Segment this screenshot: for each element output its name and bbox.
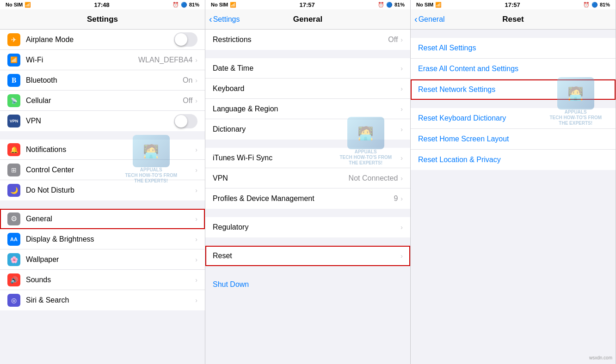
erase-all-label: Erase All Content and Settings — [418, 65, 608, 73]
spacer-g5 — [205, 266, 410, 274]
carrier-2: No SIM — [211, 2, 228, 7]
alarm-icon-2: ⏰ — [378, 2, 384, 8]
reset-network-item[interactable]: Reset Network Settings 🧑‍💻 APPUALSTECH H… — [411, 79, 616, 100]
reset-chevron: › — [400, 252, 403, 260]
bluetooth-icon: 𝐁 — [7, 74, 20, 87]
panel1-title: Settings — [87, 15, 118, 24]
spacer-g4 — [205, 237, 410, 246]
settings-list: ✈ Airplane Mode 📶 Wi-Fi WLAN_DEFBA4 › 𝐁 … — [0, 30, 205, 364]
airplane-toggle[interactable] — [174, 32, 197, 47]
regulatory-chevron: › — [400, 224, 403, 231]
reset-more-section: Reset Keyboard Dictionary Reset Home Scr… — [411, 108, 616, 170]
reset-location-label: Reset Location & Privacy — [418, 156, 608, 164]
language-label: Language & Region — [213, 105, 400, 113]
vpn-toggle-knob — [175, 115, 187, 127]
cellular-chevron: › — [195, 97, 197, 104]
general-section: ⚙ General › AA Display & Brightness › 🌸 … — [0, 209, 205, 310]
settings-panel: No SIM 📶 17:48 ⏰ 🔵 81% Settings ✈ Airpla… — [0, 0, 205, 364]
keyboard-chevron: › — [400, 85, 403, 92]
spacer-g3 — [205, 209, 410, 217]
back-chevron-2: ‹ — [209, 14, 212, 24]
wallpaper-icon: 🌸 — [7, 253, 20, 266]
cellular-item[interactable]: 📡 Cellular Off › — [0, 91, 205, 111]
time-1: 17:48 — [94, 1, 110, 8]
siri-item[interactable]: ◎ Siri & Search › — [0, 290, 205, 310]
spacer-r1 — [411, 100, 616, 108]
reset-location-item[interactable]: Reset Location & Privacy — [411, 150, 616, 170]
airplane-mode-item[interactable]: ✈ Airplane Mode — [0, 30, 205, 50]
language-chevron: › — [400, 105, 403, 113]
cellular-label: Cellular — [26, 97, 183, 105]
donotdisturb-item[interactable]: 🌙 Do Not Disturb › — [0, 180, 205, 200]
siri-chevron: › — [195, 297, 197, 304]
general-label: General — [26, 215, 195, 223]
language-item[interactable]: Language & Region › — [205, 99, 410, 119]
sounds-chevron: › — [195, 276, 197, 284]
general-item[interactable]: ⚙ General › — [0, 209, 205, 229]
bluetooth-item[interactable]: 𝐁 Bluetooth On › — [0, 70, 205, 91]
sounds-icon: 🔊 — [7, 273, 20, 286]
bluetooth-icon-3: 🔵 — [591, 2, 598, 8]
reset-keyboard-item[interactable]: Reset Keyboard Dictionary — [411, 108, 616, 129]
status-bar-1: No SIM 📶 17:48 ⏰ 🔵 81% — [0, 0, 205, 9]
battery-3: 81% — [600, 2, 610, 7]
bluetooth-value: On — [183, 76, 192, 85]
reset-item[interactable]: Reset › — [205, 246, 410, 266]
notifications-item[interactable]: 🔔 Notifications › 🧑‍💻 APPUALSTECH HOW-TO… — [0, 140, 205, 160]
reset-homescreen-item[interactable]: Reset Home Screen Layout — [411, 129, 616, 150]
dictionary-chevron: › — [400, 126, 403, 133]
wifi-item[interactable]: 📶 Wi-Fi WLAN_DEFBA4 › — [0, 50, 205, 70]
shutdown-link[interactable]: Shut Down — [205, 274, 410, 295]
regulatory-section: Regulatory › — [205, 217, 410, 237]
carrier-3: No SIM — [416, 2, 433, 7]
profiles-value: 9 — [394, 194, 398, 203]
reset-list: Reset All Settings Erase All Content and… — [411, 30, 616, 364]
notifications-section: 🔔 Notifications › 🧑‍💻 APPUALSTECH HOW-TO… — [0, 140, 205, 200]
back-label-2: Settings — [213, 15, 240, 24]
reset-all-item[interactable]: Reset All Settings — [411, 38, 616, 59]
erase-all-item[interactable]: Erase All Content and Settings — [411, 59, 616, 79]
wallpaper-label: Wallpaper — [26, 255, 195, 264]
vpn-toggle[interactable] — [174, 114, 197, 128]
dictionary-item[interactable]: Dictionary › 🧑‍💻 APPUALSTECH HOW-TO'S FR… — [205, 119, 410, 140]
reset-label: Reset — [213, 252, 400, 260]
spacer-1 — [0, 131, 205, 140]
controlcenter-item[interactable]: ⊞ Control Center › — [0, 160, 205, 180]
controlcenter-chevron: › — [195, 166, 197, 174]
regulatory-item[interactable]: Regulatory › — [205, 217, 410, 237]
nav-bar-1: Settings — [0, 9, 205, 30]
nav-bar-3: ‹ General Reset — [411, 9, 616, 30]
settings-group-2: Date & Time › Keyboard › Language & Regi… — [205, 58, 410, 140]
display-item[interactable]: AA Display & Brightness › — [0, 229, 205, 249]
vpn2-item[interactable]: VPN Not Connected › — [205, 168, 410, 188]
controlcenter-label: Control Center — [26, 166, 195, 174]
back-button-3[interactable]: ‹ General — [414, 15, 445, 24]
vpn-item[interactable]: VPN VPN — [0, 111, 205, 131]
back-button-2[interactable]: ‹ Settings — [209, 15, 240, 24]
profiles-chevron: › — [400, 195, 403, 202]
restrictions-value: Off — [388, 36, 398, 44]
spacer-g1 — [205, 50, 410, 58]
general-icon: ⚙ — [7, 212, 20, 225]
carrier-1: No SIM — [6, 2, 23, 7]
ituneswifi-item[interactable]: iTunes Wi-Fi Sync › — [205, 148, 410, 168]
wifi-icon-2: 📶 — [230, 2, 236, 8]
vpn-icon: VPN — [7, 115, 20, 127]
bluetooth-icon-1: 🔵 — [181, 2, 187, 8]
regulatory-label: Regulatory — [213, 223, 400, 231]
display-chevron: › — [195, 236, 197, 243]
back-chevron-3: ‹ — [414, 14, 418, 24]
profiles-item[interactable]: Profiles & Device Management 9 › — [205, 188, 410, 209]
wallpaper-item[interactable]: 🌸 Wallpaper › — [0, 249, 205, 270]
datetime-item[interactable]: Date & Time › — [205, 58, 410, 79]
sounds-item[interactable]: 🔊 Sounds › — [0, 270, 205, 290]
datetime-label: Date & Time — [213, 64, 400, 73]
wallpaper-chevron: › — [195, 256, 197, 263]
restrictions-item[interactable]: Restrictions Off › — [205, 30, 410, 50]
spacer-2 — [0, 200, 205, 209]
battery-1: 81% — [189, 2, 199, 7]
vpn2-label: VPN — [213, 174, 349, 182]
keyboard-item[interactable]: Keyboard › — [205, 79, 410, 99]
keyboard-label: Keyboard — [213, 85, 400, 93]
notifications-label: Notifications — [26, 146, 195, 154]
